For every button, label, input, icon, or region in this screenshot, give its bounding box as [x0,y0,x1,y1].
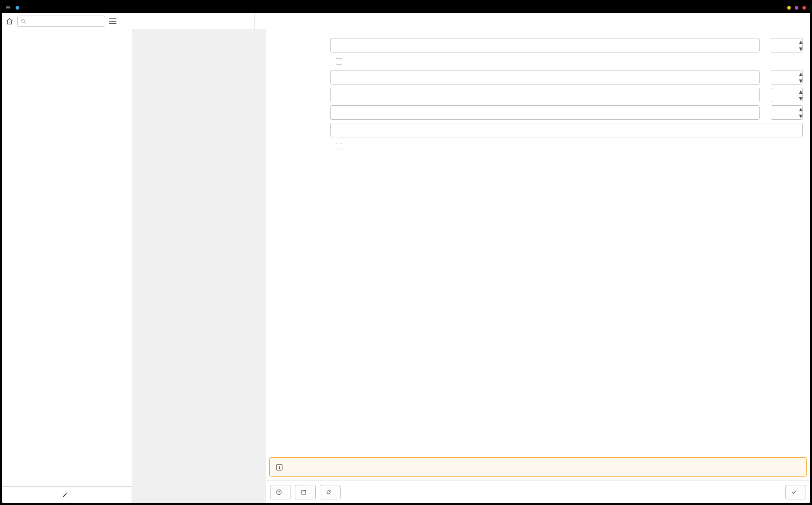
ftp-port-input[interactable]: ▲▼ [771,88,803,102]
svg-rect-7 [109,23,116,24]
info-banner [269,457,807,477]
defaults-button[interactable] [295,485,316,499]
check-icon [791,489,797,495]
reset-button[interactable] [320,485,341,499]
home-button[interactable] [2,14,17,29]
titlebar [2,2,810,13]
defaults-icon [301,489,307,495]
highlight-changed-button[interactable] [2,486,132,503]
header [2,13,810,29]
apply-button[interactable] [785,485,806,499]
socks-port-input[interactable]: ▲▼ [771,105,803,120]
ssl-port-input[interactable]: ▲▼ [771,70,803,85]
search-field[interactable] [17,16,105,27]
sub-nav [132,29,266,503]
svg-rect-5 [109,18,116,19]
help-button[interactable]: ? [270,485,291,499]
info-icon [275,463,283,471]
exclude-only-checkbox [336,143,342,149]
http-port-input[interactable]: ▲▼ [771,38,803,52]
svg-rect-9 [279,466,280,467]
search-icon [21,18,26,24]
svg-line-4 [24,22,26,23]
svg-rect-6 [109,21,116,22]
svg-rect-10 [279,467,280,469]
main-panel: ▲▼ ▲▼ [266,29,810,503]
svg-text:?: ? [278,490,280,494]
http-host-input[interactable] [330,38,760,52]
app-menu-icon[interactable] [5,5,11,10]
svg-rect-0 [6,6,10,6]
svg-point-3 [22,19,25,22]
search-input[interactable] [28,18,102,24]
settings-window: ▲▼ ▲▼ [2,2,810,503]
highlight-icon [62,492,68,498]
reset-icon [326,489,331,495]
svg-rect-2 [6,9,10,9]
same-proxy-checkbox[interactable] [336,58,342,64]
help-icon: ? [276,489,282,495]
close-button[interactable] [802,6,806,10]
sidebar-toggle[interactable] [105,18,120,24]
maximize-button[interactable] [795,6,798,10]
page-title [255,13,810,29]
except-input[interactable] [330,123,803,137]
sidebar[interactable] [2,29,132,486]
ftp-host-input[interactable] [330,88,760,102]
status-dot [16,6,19,10]
svg-rect-1 [6,7,10,8]
socks-host-input[interactable] [330,105,760,120]
footer: ? [266,481,810,503]
ssl-host-input[interactable] [330,70,760,85]
minimize-button[interactable] [787,6,791,10]
